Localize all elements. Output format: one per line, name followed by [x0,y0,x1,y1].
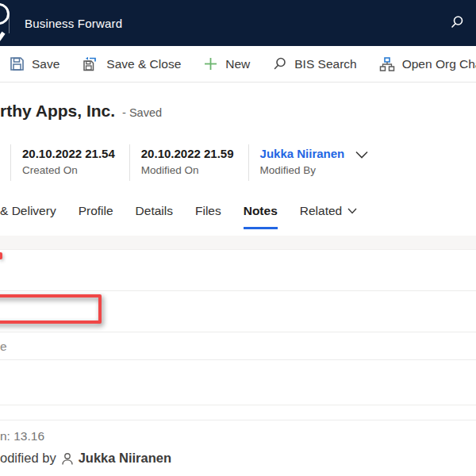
created-on-value: 20.10.2022 21.54 [22,146,115,162]
modified-on-field: 20.10.2022 21.59 Modified On [129,144,248,181]
modified-by-field: Jukka Niiranen Modified By [248,144,383,181]
row-divider [0,359,476,360]
app-window: Business Forward Save [0,0,476,476]
header-expand-chevron-down-icon[interactable] [355,151,368,159]
org-chart-icon [379,56,395,72]
modified-by-label: Modified By [260,163,345,178]
row-divider [0,405,476,405]
chevron-down-icon [347,208,357,214]
header-fields: 20.10.2022 21.54 Created On 20.10.2022 2… [10,144,382,181]
tab-related[interactable]: Related [300,204,357,229]
open-org-chart-button[interactable]: Open Org Cha [379,56,476,72]
tab-notes-label: Notes [244,204,278,218]
plus-icon [203,56,218,71]
tab-details[interactable]: Details [136,204,173,229]
tab-related-label: Related [300,204,342,218]
command-bar: Save Save & Close New BIS [0,46,476,83]
save-icon [10,56,25,71]
tab-delivery-label: & Delivery [0,204,56,218]
note-truncated-text: e [0,340,7,354]
save-and-close-icon [82,56,99,72]
row-divider [0,420,476,420]
person-icon [61,452,74,466]
tab-notes[interactable]: Notes [244,204,278,229]
top-navigation-bar: Business Forward [0,0,476,46]
save-status-badge: - Saved [122,106,162,119]
search-icon [449,14,465,30]
note-modified-by-row: odified by Jukka Niiranen [0,451,171,466]
app-logo-fragment [0,32,6,43]
note-modified-by-user[interactable]: Jukka Niiranen [79,451,171,466]
tab-files[interactable]: Files [195,204,221,229]
modified-by-link[interactable]: Jukka Niiranen [260,146,345,162]
modified-by-prefix: odified by [0,451,56,466]
tab-profile-label: Profile [79,204,113,218]
tab-details-label: Details [136,204,173,218]
modified-on-label: Modified On [141,163,234,178]
created-on-label: Created On [22,163,115,178]
created-on-field: 20.10.2022 21.54 Created On [10,144,129,181]
save-and-close-button[interactable]: Save & Close [82,56,181,72]
red-annotation-fragment [0,252,2,259]
new-label: New [225,57,250,71]
new-button[interactable]: New [203,56,250,71]
save-label: Save [32,57,60,71]
row-divider [0,290,476,291]
bis-search-button[interactable]: BIS Search [272,56,356,71]
form-tabs: & Delivery Profile Details Files Notes R… [0,204,357,229]
save-button[interactable]: Save [10,56,60,71]
tab-delivery[interactable]: & Delivery [0,204,56,229]
modified-on-value: 20.10.2022 21.59 [141,146,234,162]
row-divider [0,332,476,332]
red-annotation-rectangle [0,294,102,324]
note-modified-time: n: 13.16 [0,429,44,443]
open-org-chart-label: Open Org Cha [402,57,476,71]
save-and-close-label: Save & Close [106,57,181,71]
notes-section-strip [0,236,476,250]
app-name[interactable]: Business Forward [25,17,122,30]
topbar-divider [9,13,10,33]
global-search-button[interactable] [446,11,468,33]
tab-files-label: Files [195,204,221,218]
page-title: rthy Apps, Inc. [0,102,115,121]
search-icon [272,56,287,71]
tab-profile[interactable]: Profile [79,204,113,229]
bis-search-label: BIS Search [294,57,356,71]
record-header: rthy Apps, Inc. - Saved [0,102,162,121]
